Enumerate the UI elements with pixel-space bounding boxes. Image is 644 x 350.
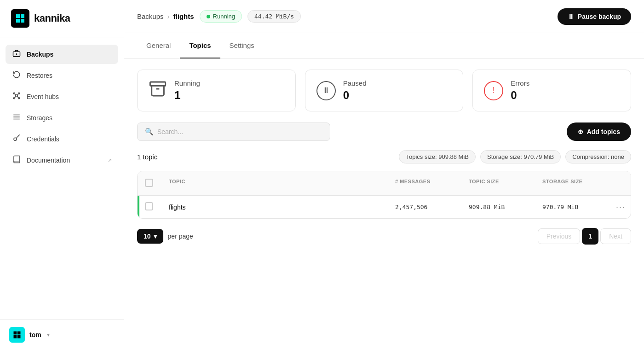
- stat-errors-value: 0: [511, 89, 529, 102]
- per-page-dropdown[interactable]: 10 ▾: [137, 229, 163, 244]
- per-page-value: 10: [144, 233, 151, 240]
- sidebar-item-restores[interactable]: Restores: [6, 66, 118, 85]
- tab-general[interactable]: General: [137, 33, 180, 58]
- status-badge: Running: [200, 10, 242, 23]
- add-topics-label: Add topics: [587, 128, 620, 135]
- status-label: Running: [213, 13, 235, 20]
- chevron-down-icon: ▾: [47, 332, 50, 338]
- tabs: General Topics Settings: [124, 33, 644, 58]
- topbar: Backups › flights Running 44.42 MiB/s ⏸ …: [124, 0, 644, 33]
- pagination-row: 10 ▾ per page Previous 1 Next: [137, 219, 631, 245]
- stat-errors-info: Errors 0: [511, 79, 529, 102]
- tab-topics[interactable]: Topics: [180, 33, 220, 58]
- svg-point-5: [13, 93, 15, 94]
- add-icon: ⊕: [578, 128, 583, 135]
- topics-info-row: 1 topic Topics size: 909.88 MiB Storage …: [137, 150, 631, 163]
- logo-svg: [15, 13, 26, 24]
- sidebar-item-credentials[interactable]: Credentials: [6, 129, 118, 149]
- col-topic: TOPIC: [161, 176, 388, 191]
- search-icon: 🔍: [145, 128, 154, 136]
- svg-point-15: [14, 138, 17, 140]
- search-box: 🔍: [137, 122, 330, 141]
- row-accent: [138, 196, 139, 218]
- previous-button[interactable]: Previous: [538, 228, 580, 244]
- row-actions[interactable]: ···: [609, 196, 631, 218]
- sidebar-item-storages[interactable]: Storages: [6, 108, 118, 128]
- row-checkbox-cell: [138, 196, 161, 218]
- tab-settings[interactable]: Settings: [220, 33, 264, 58]
- backups-icon: [12, 49, 21, 59]
- topics-table: TOPIC # MESSAGES TOPIC SIZE STORAGE SIZE…: [137, 171, 631, 219]
- sidebar: kannika Backups Restores Event hubs Stor…: [0, 0, 124, 350]
- svg-rect-19: [150, 82, 165, 86]
- sidebar-nav: Backups Restores Event hubs Storages Cre…: [0, 37, 124, 319]
- breadcrumb-current: flights: [173, 12, 194, 20]
- main-content: Backups › flights Running 44.42 MiB/s ⏸ …: [124, 0, 644, 350]
- svg-line-18: [17, 136, 18, 137]
- sidebar-item-backups[interactable]: Backups: [6, 45, 118, 64]
- next-button[interactable]: Next: [600, 228, 631, 244]
- storages-icon: [12, 113, 21, 123]
- sidebar-item-event-hubs[interactable]: Event hubs: [6, 87, 118, 106]
- sidebar-item-documentation[interactable]: Documentation ↗: [6, 151, 118, 170]
- col-checkbox: [138, 176, 161, 191]
- col-storage-size: STORAGE SIZE: [535, 176, 609, 191]
- row-storage-size: 970.79 MiB: [535, 197, 609, 217]
- sidebar-item-restores-label: Restores: [27, 72, 52, 79]
- current-page: 1: [582, 228, 598, 245]
- archive-icon: [149, 80, 167, 101]
- topics-section: 🔍 ⊕ Add topics 1 topic Topics size: 909.…: [124, 122, 644, 257]
- topics-size-badge: Topics size: 909.88 MiB: [399, 150, 476, 163]
- svg-line-17: [18, 135, 19, 136]
- stat-errors-label: Errors: [511, 79, 529, 87]
- user-menu[interactable]: tom ▾: [0, 319, 124, 350]
- stat-running-value: 1: [174, 89, 200, 102]
- breadcrumb-parent[interactable]: Backups: [137, 12, 164, 20]
- sidebar-item-credentials-label: Credentials: [27, 135, 59, 143]
- pause-circle-icon: ⏸: [316, 81, 336, 100]
- credentials-icon: [12, 134, 21, 144]
- pause-button-label: Pause backup: [578, 13, 621, 20]
- external-link-icon: ↗: [108, 158, 112, 163]
- svg-point-6: [13, 98, 15, 99]
- sidebar-item-documentation-label: Documentation: [27, 157, 70, 164]
- breadcrumb: Backups › flights: [137, 12, 194, 20]
- pause-backup-button[interactable]: ⏸ Pause backup: [558, 8, 631, 25]
- avatar-icon: [12, 330, 22, 339]
- pause-icon: ⏸: [568, 13, 574, 20]
- row-messages: 2,457,506: [388, 197, 461, 217]
- col-messages: # MESSAGES: [388, 176, 461, 191]
- svg-point-4: [18, 93, 20, 94]
- row-checkbox[interactable]: [145, 202, 153, 210]
- status-dot: [207, 15, 210, 18]
- svg-point-7: [18, 98, 20, 99]
- stat-paused-label: Paused: [343, 79, 367, 87]
- user-name: tom: [29, 331, 41, 338]
- topics-count: 1 topic: [137, 153, 157, 161]
- sidebar-item-storages-label: Storages: [27, 114, 52, 122]
- stat-running-label: Running: [174, 79, 200, 87]
- compression-badge: Compression: none: [565, 150, 631, 163]
- app-name: kannika: [34, 12, 70, 24]
- header-checkbox[interactable]: [145, 179, 153, 187]
- row-topic-name[interactable]: flights: [161, 197, 388, 217]
- pagination-controls: Previous 1 Next: [538, 228, 631, 245]
- add-topics-button[interactable]: ⊕ Add topics: [567, 122, 631, 141]
- stat-paused-info: Paused 0: [343, 79, 367, 102]
- breadcrumb-separator: ›: [167, 12, 170, 20]
- stat-paused: ⏸ Paused 0: [305, 70, 464, 111]
- content-area: General Topics Settings Running 1: [124, 33, 644, 350]
- per-page-label: per page: [168, 233, 193, 240]
- svg-line-10: [15, 97, 16, 98]
- stat-paused-value: 0: [343, 89, 367, 102]
- sidebar-item-backups-label: Backups: [27, 51, 53, 58]
- logo-icon: [11, 9, 29, 28]
- table-row: flights 2,457,506 909.88 MiB 970.79 MiB …: [138, 196, 631, 218]
- stat-running-info: Running 1: [174, 79, 200, 102]
- event-hubs-icon: [12, 92, 21, 102]
- search-input[interactable]: [157, 128, 322, 135]
- topics-badges: Topics size: 909.88 MiB Storage size: 97…: [399, 150, 631, 163]
- speed-badge: 44.42 MiB/s: [247, 10, 301, 23]
- stat-running: Running 1: [137, 70, 296, 111]
- topbar-left: Backups › flights Running 44.42 MiB/s: [137, 10, 301, 23]
